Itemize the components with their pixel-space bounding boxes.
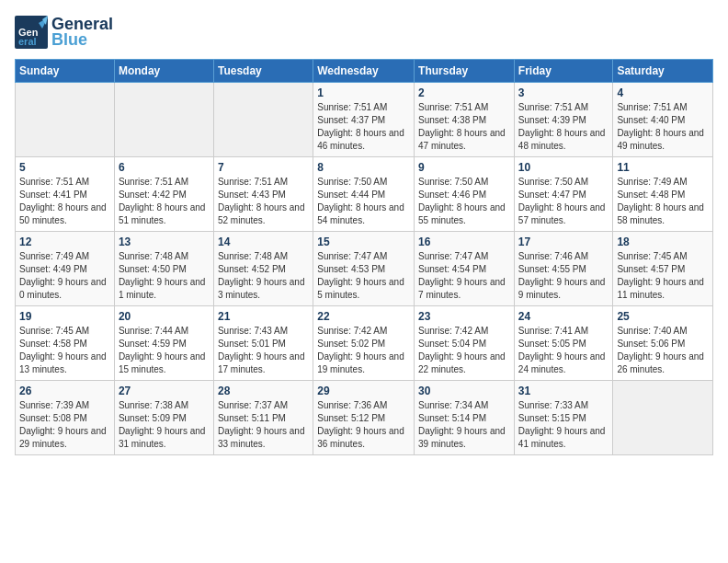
- day-number: 22: [317, 310, 410, 323]
- day-info: Sunrise: 7:40 AM Sunset: 5:06 PM Dayligh…: [617, 325, 709, 376]
- day-info: Sunrise: 7:36 AM Sunset: 5:12 PM Dayligh…: [317, 399, 410, 451]
- calendar-week-2: 5Sunrise: 7:51 AM Sunset: 4:41 PM Daylig…: [16, 157, 713, 232]
- logo: Gen eral General Blue: [15, 15, 113, 50]
- day-info: Sunrise: 7:44 AM Sunset: 4:59 PM Dayligh…: [119, 325, 210, 376]
- day-info: Sunrise: 7:38 AM Sunset: 5:09 PM Dayligh…: [119, 399, 210, 451]
- day-number: 20: [119, 310, 210, 323]
- calendar-week-1: 1Sunrise: 7:51 AM Sunset: 4:37 PM Daylig…: [16, 83, 713, 157]
- day-info: Sunrise: 7:42 AM Sunset: 5:02 PM Dayligh…: [317, 325, 410, 376]
- day-info: Sunrise: 7:41 AM Sunset: 5:05 PM Dayligh…: [518, 325, 609, 376]
- day-number: 10: [518, 161, 609, 174]
- calendar-cell: 20Sunrise: 7:44 AM Sunset: 4:59 PM Dayli…: [114, 306, 213, 381]
- calendar-cell: 2Sunrise: 7:51 AM Sunset: 4:38 PM Daylig…: [415, 83, 515, 157]
- calendar-cell: 15Sunrise: 7:47 AM Sunset: 4:53 PM Dayli…: [313, 232, 415, 306]
- day-info: Sunrise: 7:39 AM Sunset: 5:08 PM Dayligh…: [19, 399, 110, 451]
- day-info: Sunrise: 7:50 AM Sunset: 4:47 PM Dayligh…: [518, 176, 609, 227]
- day-number: 18: [617, 236, 709, 248]
- calendar-cell: 10Sunrise: 7:50 AM Sunset: 4:47 PM Dayli…: [514, 157, 613, 232]
- day-number: 4: [617, 86, 709, 99]
- day-info: Sunrise: 7:48 AM Sunset: 4:52 PM Dayligh…: [218, 250, 309, 302]
- day-header-friday: Friday: [514, 60, 613, 83]
- calendar-cell: 17Sunrise: 7:46 AM Sunset: 4:55 PM Dayli…: [514, 232, 613, 306]
- day-header-wednesday: Wednesday: [313, 60, 415, 83]
- calendar-cell: 12Sunrise: 7:49 AM Sunset: 4:49 PM Dayli…: [16, 232, 115, 306]
- calendar-cell: 28Sunrise: 7:37 AM Sunset: 5:11 PM Dayli…: [213, 381, 313, 455]
- calendar-cell: 9Sunrise: 7:50 AM Sunset: 4:46 PM Daylig…: [415, 157, 515, 232]
- day-number: 2: [418, 86, 510, 99]
- day-number: 30: [418, 385, 510, 397]
- day-number: 31: [518, 385, 609, 397]
- day-number: 25: [617, 310, 709, 323]
- day-header-saturday: Saturday: [613, 60, 713, 83]
- calendar-cell: [213, 83, 313, 157]
- calendar-week-5: 26Sunrise: 7:39 AM Sunset: 5:08 PM Dayli…: [16, 381, 713, 455]
- calendar-cell: [114, 83, 213, 157]
- day-info: Sunrise: 7:51 AM Sunset: 4:42 PM Dayligh…: [119, 176, 210, 227]
- day-info: Sunrise: 7:47 AM Sunset: 4:53 PM Dayligh…: [317, 250, 410, 302]
- day-info: Sunrise: 7:45 AM Sunset: 4:58 PM Dayligh…: [19, 325, 110, 376]
- calendar-cell: [613, 381, 713, 455]
- calendar-cell: 14Sunrise: 7:48 AM Sunset: 4:52 PM Dayli…: [213, 232, 313, 306]
- day-info: Sunrise: 7:33 AM Sunset: 5:15 PM Dayligh…: [518, 399, 609, 451]
- day-number: 13: [119, 236, 210, 248]
- day-info: Sunrise: 7:50 AM Sunset: 4:46 PM Dayligh…: [418, 176, 510, 227]
- calendar-cell: 1Sunrise: 7:51 AM Sunset: 4:37 PM Daylig…: [313, 83, 415, 157]
- calendar-cell: 8Sunrise: 7:50 AM Sunset: 4:44 PM Daylig…: [313, 157, 415, 232]
- page-header: Gen eral General Blue: [15, 15, 713, 50]
- calendar-cell: 4Sunrise: 7:51 AM Sunset: 4:40 PM Daylig…: [613, 83, 713, 157]
- day-number: 28: [218, 385, 309, 397]
- day-number: 21: [218, 310, 309, 323]
- day-info: Sunrise: 7:51 AM Sunset: 4:40 PM Dayligh…: [617, 101, 709, 153]
- day-number: 19: [19, 310, 110, 323]
- day-info: Sunrise: 7:42 AM Sunset: 5:04 PM Dayligh…: [418, 325, 510, 376]
- day-info: Sunrise: 7:46 AM Sunset: 4:55 PM Dayligh…: [518, 250, 609, 302]
- day-header-monday: Monday: [114, 60, 213, 83]
- day-number: 16: [418, 236, 510, 248]
- day-number: 3: [518, 86, 609, 99]
- calendar-cell: 7Sunrise: 7:51 AM Sunset: 4:43 PM Daylig…: [213, 157, 313, 232]
- day-number: 6: [119, 161, 210, 174]
- calendar-cell: 3Sunrise: 7:51 AM Sunset: 4:39 PM Daylig…: [514, 83, 613, 157]
- day-info: Sunrise: 7:49 AM Sunset: 4:49 PM Dayligh…: [19, 250, 110, 302]
- day-number: 5: [19, 161, 110, 174]
- day-info: Sunrise: 7:34 AM Sunset: 5:14 PM Dayligh…: [418, 399, 510, 451]
- day-number: 11: [617, 161, 709, 174]
- calendar-week-3: 12Sunrise: 7:49 AM Sunset: 4:49 PM Dayli…: [16, 232, 713, 306]
- calendar-cell: 26Sunrise: 7:39 AM Sunset: 5:08 PM Dayli…: [16, 381, 115, 455]
- day-info: Sunrise: 7:48 AM Sunset: 4:50 PM Dayligh…: [119, 250, 210, 302]
- day-number: 27: [119, 385, 210, 397]
- svg-text:eral: eral: [18, 36, 37, 47]
- day-info: Sunrise: 7:51 AM Sunset: 4:38 PM Dayligh…: [418, 101, 510, 153]
- day-number: 1: [317, 86, 410, 99]
- day-info: Sunrise: 7:51 AM Sunset: 4:39 PM Dayligh…: [518, 101, 609, 153]
- day-number: 8: [317, 161, 410, 174]
- day-info: Sunrise: 7:47 AM Sunset: 4:54 PM Dayligh…: [418, 250, 510, 302]
- day-info: Sunrise: 7:37 AM Sunset: 5:11 PM Dayligh…: [218, 399, 309, 451]
- calendar-cell: 16Sunrise: 7:47 AM Sunset: 4:54 PM Dayli…: [415, 232, 515, 306]
- calendar-cell: 30Sunrise: 7:34 AM Sunset: 5:14 PM Dayli…: [415, 381, 515, 455]
- calendar-cell: 6Sunrise: 7:51 AM Sunset: 4:42 PM Daylig…: [114, 157, 213, 232]
- calendar-cell: 31Sunrise: 7:33 AM Sunset: 5:15 PM Dayli…: [514, 381, 613, 455]
- calendar-table: SundayMondayTuesdayWednesdayThursdayFrid…: [15, 59, 713, 455]
- day-number: 29: [317, 385, 410, 397]
- calendar-cell: [16, 83, 115, 157]
- day-header-sunday: Sunday: [16, 60, 115, 83]
- day-info: Sunrise: 7:50 AM Sunset: 4:44 PM Dayligh…: [317, 176, 410, 227]
- day-info: Sunrise: 7:43 AM Sunset: 5:01 PM Dayligh…: [218, 325, 309, 376]
- day-number: 15: [317, 236, 410, 248]
- day-number: 14: [218, 236, 309, 248]
- calendar-cell: 27Sunrise: 7:38 AM Sunset: 5:09 PM Dayli…: [114, 381, 213, 455]
- calendar-cell: 21Sunrise: 7:43 AM Sunset: 5:01 PM Dayli…: [213, 306, 313, 381]
- calendar-cell: 23Sunrise: 7:42 AM Sunset: 5:04 PM Dayli…: [415, 306, 515, 381]
- logo-icon: Gen eral: [15, 16, 48, 49]
- calendar-week-4: 19Sunrise: 7:45 AM Sunset: 4:58 PM Dayli…: [16, 306, 713, 381]
- day-number: 26: [19, 385, 110, 397]
- day-number: 23: [418, 310, 510, 323]
- calendar-cell: 19Sunrise: 7:45 AM Sunset: 4:58 PM Dayli…: [16, 306, 115, 381]
- day-header-tuesday: Tuesday: [213, 60, 313, 83]
- day-info: Sunrise: 7:51 AM Sunset: 4:37 PM Dayligh…: [317, 101, 410, 153]
- calendar-header-row: SundayMondayTuesdayWednesdayThursdayFrid…: [16, 60, 713, 83]
- calendar-cell: 24Sunrise: 7:41 AM Sunset: 5:05 PM Dayli…: [514, 306, 613, 381]
- day-info: Sunrise: 7:49 AM Sunset: 4:48 PM Dayligh…: [617, 176, 709, 227]
- calendar-cell: 13Sunrise: 7:48 AM Sunset: 4:50 PM Dayli…: [114, 232, 213, 306]
